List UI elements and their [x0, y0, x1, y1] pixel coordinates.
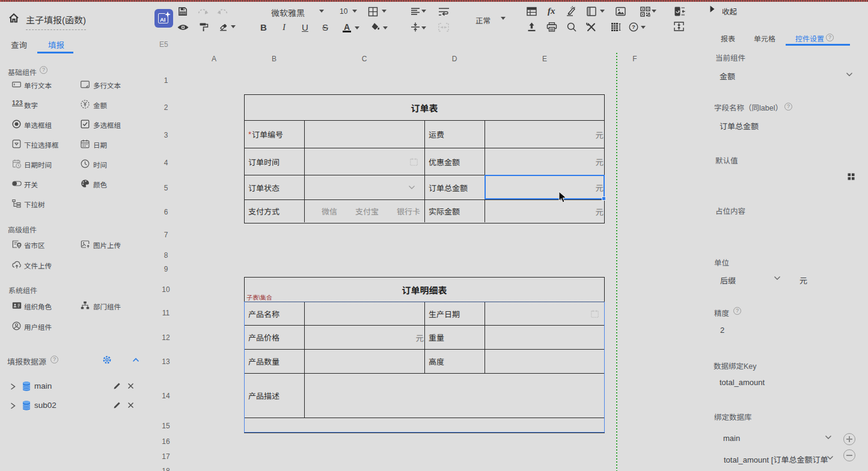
font-name-caret[interactable] [319, 10, 324, 13]
collapse-label[interactable]: 收起 [722, 5, 737, 17]
export-upload-icon[interactable] [527, 22, 536, 32]
detail-table-title[interactable]: 订单明细表 [245, 278, 604, 302]
order-label-cell[interactable]: 优惠金额 [425, 148, 485, 175]
row-header-14[interactable]: 14 [157, 392, 175, 400]
panel-tab-widget-settings[interactable]: 控件设置 [795, 33, 824, 43]
page-setup-icon[interactable] [611, 22, 621, 32]
fit-rows-icon[interactable] [674, 22, 684, 31]
order-select-cell[interactable] [305, 175, 425, 200]
datasource-collapse-chevron[interactable] [132, 357, 139, 362]
edit-pencil-icon[interactable] [113, 401, 121, 409]
order-amount-cell[interactable]: 元 [485, 148, 604, 175]
order-amount-cell[interactable]: 元 [485, 121, 604, 148]
remove-binding-button[interactable] [843, 449, 855, 461]
sidebar-item-single-line-text[interactable]: 单行文本 [24, 81, 52, 90]
fill-handle[interactable] [602, 196, 606, 201]
insert-table-icon[interactable] [527, 7, 537, 16]
zoom-mode-select[interactable]: 正常 [475, 14, 491, 26]
row-header-7[interactable]: 7 [157, 231, 175, 239]
mobile-adapt-icon[interactable] [674, 7, 685, 16]
eraser-dropdown-caret[interactable] [231, 25, 236, 28]
add-binding-button[interactable] [843, 433, 855, 445]
sidebar-item-datetime[interactable]: 日期时间 [24, 160, 52, 169]
redo-icon[interactable] [198, 8, 209, 15]
formula-grid-icon[interactable] [848, 173, 855, 180]
order-amount-cell[interactable]: 元 [485, 200, 604, 222]
pay-option-bank[interactable]: 银行卡 [397, 205, 420, 217]
home-icon[interactable] [8, 13, 19, 23]
row-header-9[interactable]: 9 [157, 265, 175, 273]
sidebar-item-org-role[interactable]: 组织角色 [24, 302, 52, 311]
strikethrough-button[interactable]: S [322, 23, 328, 32]
sidebar-item-switch[interactable]: 开关 [24, 180, 38, 189]
font-name-select[interactable]: 微软雅黑 [271, 7, 319, 19]
freeze-pane-caret[interactable] [600, 10, 605, 13]
row-header-11[interactable]: 11 [157, 309, 175, 317]
detail-label-cell[interactable]: 产品名称 [245, 302, 305, 326]
sidebar-item-region[interactable]: 省市区 [24, 240, 45, 250]
expand-chevron-icon[interactable] [10, 383, 16, 390]
datasource-main[interactable]: main [34, 381, 52, 390]
datasource-help-icon[interactable]: ? [50, 356, 58, 363]
row-header-5[interactable]: 5 [157, 184, 175, 192]
order-table-title[interactable]: 订单表 [245, 95, 604, 121]
align-caret[interactable] [421, 10, 426, 13]
align-icon[interactable] [411, 8, 420, 15]
fill-color-caret[interactable] [383, 26, 388, 29]
order-label-cell[interactable]: 实际金额 [425, 200, 485, 222]
basic-help-icon[interactable]: ? [40, 66, 47, 74]
unit-value-input[interactable]: 元 [799, 275, 807, 286]
detail-input-cell[interactable] [485, 326, 604, 350]
formula-fx-button[interactable]: fx [548, 6, 555, 16]
detail-label-cell[interactable]: 产品数量 [245, 350, 305, 374]
freeze-pane-icon[interactable] [587, 7, 596, 16]
sidebar-item-user[interactable]: 用户组件 [24, 322, 52, 332]
binding-key-input[interactable]: total_amount [720, 378, 765, 387]
row-header-2[interactable]: 2 [157, 103, 175, 112]
vertical-align-icon[interactable] [411, 22, 420, 32]
sidebar-item-time[interactable]: 时间 [93, 160, 107, 169]
row-header-1[interactable]: 1 [157, 76, 175, 85]
sidebar-item-department[interactable]: 部门组件 [93, 302, 121, 311]
qrcode-caret[interactable] [652, 10, 656, 13]
widget-settings-help-icon[interactable]: ? [826, 34, 834, 41]
name-box[interactable]: E5 [159, 40, 168, 49]
row-header-8[interactable]: 8 [157, 251, 175, 260]
row-header-4[interactable]: 4 [157, 159, 175, 167]
eraser-icon[interactable] [219, 22, 228, 32]
column-header-e[interactable]: E [536, 55, 554, 63]
row-header-10[interactable]: 10 [157, 285, 175, 294]
row-header-12[interactable]: 12 [157, 333, 175, 342]
sidebar-item-dropdown-select[interactable]: 下拉选择框 [24, 140, 59, 150]
text-wrap-icon[interactable] [438, 7, 450, 16]
database-select[interactable]: main [723, 434, 740, 443]
order-label-cell[interactable]: *订单编号 [245, 121, 305, 148]
sidebar-item-money[interactable]: 金额 [93, 100, 107, 110]
tab-query[interactable]: 查询 [11, 38, 27, 50]
tab-fill[interactable]: 填报 [48, 38, 64, 50]
detail-footer-cell[interactable] [245, 418, 604, 433]
pay-option-wechat[interactable]: 微信 [322, 205, 337, 217]
current-component-select[interactable]: 金额 [720, 70, 735, 82]
row-header-6[interactable]: 6 [157, 208, 175, 216]
column-header-f[interactable]: F [626, 55, 644, 63]
font-size-caret[interactable] [352, 10, 357, 13]
sidebar-item-dropdown-tree[interactable]: 下拉树 [24, 199, 45, 209]
order-input-cell[interactable] [305, 121, 425, 148]
detail-description-cell[interactable] [305, 374, 604, 418]
order-label-cell[interactable]: 支付方式 [245, 200, 305, 222]
datasource-settings-icon[interactable] [103, 356, 111, 364]
precision-help-icon[interactable]: ? [733, 307, 741, 315]
sidebar-item-checkbox-group[interactable]: 多选框组 [93, 120, 121, 130]
order-label-cell[interactable]: 订单时间 [245, 148, 305, 175]
precision-input[interactable]: 2 [720, 326, 724, 335]
unit-mode-chevron[interactable] [774, 276, 781, 281]
sidebar-item-color[interactable]: 颜色 [93, 180, 107, 189]
underline-button[interactable]: U [302, 23, 308, 32]
row-header-16[interactable]: 16 [157, 437, 175, 446]
order-date-cell[interactable] [305, 148, 425, 175]
detail-label-cell[interactable]: 产品描述 [245, 374, 305, 418]
detail-label-cell[interactable]: 重量 [425, 326, 485, 350]
sidebar-item-multi-line-text[interactable]: 多行文本 [93, 81, 121, 90]
selected-cell-e5[interactable] [484, 175, 605, 199]
